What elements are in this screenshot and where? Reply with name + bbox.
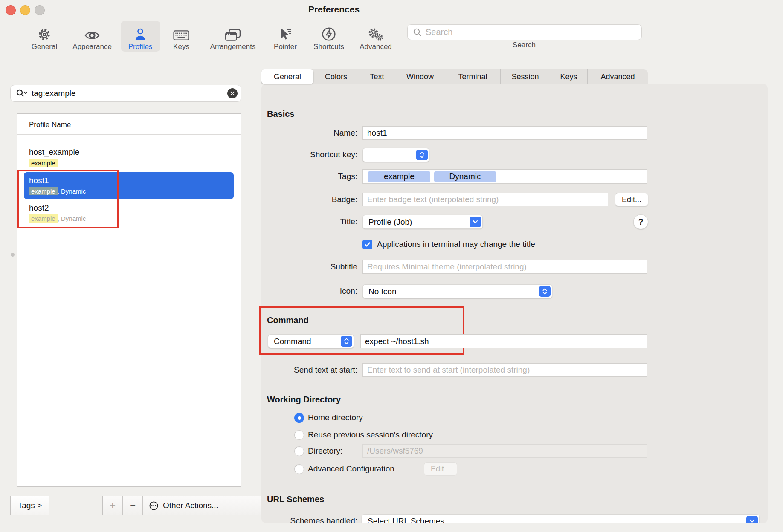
tab-colors[interactable]: Colors [313, 69, 359, 84]
pointer-icon [278, 25, 292, 41]
profile-actions-control: + − Other Actions... [102, 496, 282, 515]
lightning-circle-icon [322, 25, 336, 41]
remove-profile-button[interactable]: − [123, 496, 143, 515]
profile-filter-input[interactable]: tag:example [10, 85, 241, 102]
command-type-dropdown[interactable]: Command [268, 334, 354, 348]
profile-filter-value: tag:example [32, 89, 224, 98]
check-icon [364, 242, 371, 247]
radio-advanced-configuration[interactable] [294, 464, 304, 474]
send-text-field[interactable]: Enter text to send at start (interpolate… [362, 363, 647, 377]
zoom-window-button [35, 5, 45, 15]
toolbar-label: Appearance [72, 43, 112, 51]
toolbar-divider [0, 58, 783, 58]
minimize-window-button[interactable] [20, 5, 30, 15]
profile-name: host_example [29, 147, 79, 157]
tab-general[interactable]: General [261, 69, 313, 84]
chevron-down-icon [470, 217, 481, 227]
toolbar-item-advanced[interactable]: Advanced [346, 22, 406, 51]
toolbar-label: Keys [173, 43, 189, 51]
profile-tag-badge: example [29, 214, 58, 223]
tab-window[interactable]: Window [395, 69, 445, 84]
radio-home-directory-label: Home directory [308, 413, 363, 422]
profile-tag-badge: example [29, 159, 58, 167]
window-title: Preferences [308, 4, 360, 14]
profile-tabbar: General Colors Text Window Terminal Sess… [261, 69, 648, 84]
tags-button[interactable]: Tags > [10, 496, 49, 515]
title-change-checkbox[interactable] [362, 240, 372, 249]
icon-label: Icon: [340, 286, 357, 296]
send-text-label: Send text at start: [294, 365, 357, 375]
directory-field: /Users/wsf5769 [362, 444, 647, 458]
radio-reuse-directory[interactable] [294, 430, 304, 440]
pane-splitter-dot[interactable] [11, 253, 14, 257]
profile-list[interactable] [17, 113, 241, 487]
profile-tag-badge: example [29, 187, 58, 195]
radio-home-directory[interactable] [294, 413, 304, 423]
windows-icon [225, 25, 241, 41]
toolbar-label: Arrangements [210, 43, 256, 51]
profile-name: host1 [29, 176, 49, 185]
tab-keys[interactable]: Keys [550, 69, 587, 84]
list-header-divider [17, 134, 241, 135]
tags-field[interactable]: example Dynamic [362, 169, 647, 184]
toolbar-label: Advanced [360, 43, 392, 51]
name-label: Name: [334, 128, 357, 138]
title-label: Title: [340, 217, 357, 226]
profile-row-host1-selected[interactable]: host1 example, Dynamic [24, 172, 234, 199]
subtitle-field[interactable]: Requires Minimal theme (interpolated str… [362, 260, 647, 274]
url-schemes-heading: URL Schemes [267, 494, 324, 504]
tab-advanced[interactable]: Advanced [587, 69, 648, 84]
tab-session[interactable]: Session [500, 69, 550, 84]
basics-heading: Basics [267, 109, 295, 119]
title-dropdown[interactable]: Profile (Job) [362, 215, 483, 229]
title-change-checkbox-label: Applications in terminal may change the … [377, 240, 535, 249]
profile-tag-suffix: , Dynamic [58, 215, 86, 222]
radio-reuse-directory-label: Reuse previous session's directory [308, 430, 433, 439]
toolbar-item-arrangements[interactable]: Arrangements [203, 22, 263, 51]
stepper-icon [539, 286, 551, 297]
tab-text[interactable]: Text [359, 69, 395, 84]
keyboard-icon [173, 25, 189, 41]
clear-search-icon[interactable] [227, 88, 238, 98]
preferences-window: Preferences General Appearance Profiles [0, 0, 783, 532]
radio-custom-directory-label: Directory: [308, 446, 342, 456]
working-directory-heading: Working Directory [267, 395, 341, 405]
subtitle-label: Subtitle [331, 262, 357, 272]
badge-field[interactable]: Enter badge text (interpolated string) [362, 193, 608, 206]
stepper-icon [341, 336, 352, 347]
eye-icon [84, 25, 100, 41]
tag-token-dynamic[interactable]: Dynamic [434, 171, 496, 182]
profile-list-header: Profile Name [29, 121, 71, 129]
schemes-handled-dropdown[interactable]: Select URL Schemes [362, 514, 760, 523]
tab-terminal[interactable]: Terminal [445, 69, 500, 84]
radio-custom-directory[interactable] [294, 446, 304, 456]
shortcut-key-dropdown[interactable] [362, 148, 429, 162]
name-field[interactable]: host1 [362, 126, 647, 140]
ellipsis-circle-icon [149, 501, 159, 511]
advanced-configuration-edit-button: Edit... [424, 462, 457, 476]
badge-edit-button[interactable]: Edit... [615, 193, 648, 206]
toolbar-label: General [32, 43, 57, 51]
search-placeholder: Search [426, 27, 452, 37]
tag-token-example[interactable]: example [368, 171, 430, 182]
stepper-icon [416, 150, 428, 160]
toolbar-label: Profiles [128, 43, 153, 51]
shortcut-key-label: Shortcut key: [310, 150, 357, 159]
gear-icon [38, 25, 51, 41]
radio-advanced-configuration-label: Advanced Configuration [308, 464, 394, 474]
schemes-handled-label: Schemes handled: [290, 516, 357, 523]
close-window-button[interactable] [6, 5, 16, 15]
gears-icon [368, 25, 384, 41]
icon-dropdown[interactable]: No Icon [362, 284, 552, 298]
search-menu-icon [16, 89, 28, 98]
toolbar-search-input[interactable]: Search [407, 24, 642, 40]
tags-button-label: Tags > [18, 501, 42, 510]
help-button[interactable]: ? [633, 214, 648, 229]
url-schemes-clipped-row: Schemes handled: Select URL Schemes [261, 513, 768, 523]
profile-tag-suffix: , Dynamic [58, 188, 86, 195]
add-profile-button[interactable]: + [103, 496, 123, 515]
command-field[interactable]: expect ~/host1.sh [360, 334, 647, 348]
search-icon [413, 28, 422, 37]
toolbar-label: Shortcuts [313, 43, 344, 51]
toolbar-item-keys[interactable]: Keys [151, 22, 211, 51]
